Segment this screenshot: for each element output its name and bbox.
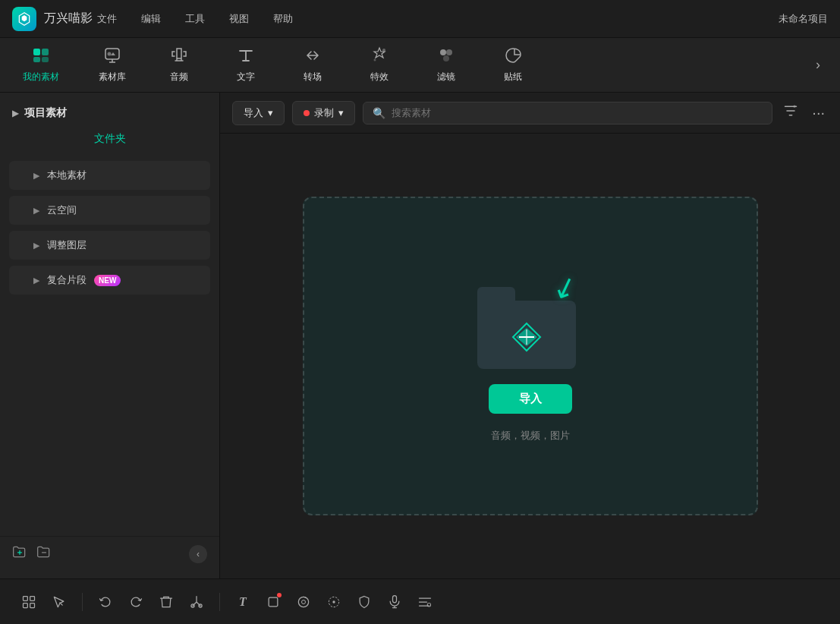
search-input[interactable] [392, 107, 763, 118]
sidebar-collapse-button[interactable]: ‹ [189, 545, 207, 563]
drop-hint: 音频，视频，图片 [491, 429, 570, 443]
effects-label: 特效 [370, 71, 389, 84]
menu-edit[interactable]: 编辑 [137, 9, 165, 29]
sidebar-item-cloud-label: 云空间 [47, 203, 77, 217]
new-badge: NEW [94, 275, 121, 286]
app-logo [12, 7, 36, 31]
toolbar-item-text[interactable]: 文字 [225, 42, 267, 88]
filter-icon[interactable] [780, 100, 801, 125]
cloud-arrow-icon: ▶ [33, 206, 39, 216]
toolbar-item-stickers[interactable]: 贴纸 [492, 42, 534, 88]
folder-icon-wrapper: ↙ [477, 270, 584, 369]
svg-point-6 [382, 49, 385, 52]
crop-icon[interactable] [260, 588, 287, 616]
import-center-button[interactable]: 导入 [489, 384, 572, 414]
svg-point-9 [446, 49, 452, 55]
import-button-label: 导入 [244, 106, 263, 120]
svg-rect-3 [42, 57, 49, 62]
app-name: 万兴喵影 [44, 11, 93, 27]
material-lib-icon [103, 46, 121, 68]
adjust-arrow-icon: ▶ [33, 241, 39, 251]
svg-rect-1 [42, 49, 49, 55]
import-button[interactable]: 导入 ▾ [232, 101, 285, 125]
effects-icon [370, 46, 389, 68]
local-arrow-icon: ▶ [33, 171, 39, 181]
record-dot-icon [304, 110, 310, 116]
color-wheel-icon[interactable] [290, 588, 317, 616]
toolbar-item-effects[interactable]: 特效 [358, 42, 401, 88]
menu-tools[interactable]: 工具 [181, 9, 209, 29]
sidebar-item-local[interactable]: ▶ 本地素材 [9, 161, 210, 190]
cut-icon[interactable] [183, 588, 210, 616]
svg-point-7 [374, 59, 376, 61]
record-button-label: 录制 [314, 106, 334, 120]
menu-help[interactable]: 帮助 [269, 9, 297, 29]
audio-label: 音频 [170, 71, 188, 84]
sidebar-item-composite[interactable]: ▶ 复合片段 NEW [9, 266, 210, 295]
import-dropdown-icon: ▾ [268, 107, 273, 118]
section-arrow-icon: ▶ [12, 109, 18, 118]
record-dropdown-icon: ▾ [338, 107, 344, 118]
svg-rect-17 [30, 596, 35, 600]
filters-label: 滤镜 [437, 71, 455, 84]
toolbar-item-audio[interactable]: 音频 [158, 42, 200, 88]
mic-icon[interactable] [381, 588, 408, 616]
toolbar-item-material-lib[interactable]: 素材库 [91, 42, 134, 88]
search-icon: 🔍 [373, 107, 385, 119]
content-toolbar: 导入 ▾ 录制 ▾ 🔍 ··· [220, 93, 840, 134]
svg-point-26 [332, 600, 335, 603]
redo-icon[interactable] [122, 588, 149, 616]
svg-rect-27 [393, 595, 397, 602]
svg-rect-22 [269, 597, 278, 607]
main-area: ▶ 项目素材 文件夹 ▶ 本地素材 ▶ 云空间 ▶ 调整图层 ▶ 复合片段 NE… [0, 93, 840, 578]
svg-point-23 [298, 597, 308, 607]
menu-view[interactable]: 视图 [225, 9, 253, 29]
toolbar-item-transition[interactable]: 转场 [291, 42, 334, 88]
sidebar-item-adjust[interactable]: ▶ 调整图层 [9, 231, 210, 260]
sidebar-item-adjust-label: 调整图层 [47, 238, 87, 252]
text-icon [237, 46, 255, 68]
drop-area: ↙ 导入 音频，视频，图片 [220, 134, 840, 578]
sidebar-item-cloud[interactable]: ▶ 云空间 [9, 196, 210, 225]
my-materials-icon [32, 46, 50, 68]
speed-icon[interactable] [320, 588, 348, 616]
stickers-icon [504, 46, 522, 68]
menu-file[interactable]: 文件 [93, 9, 121, 29]
toolbar-item-filters[interactable]: 滤镜 [425, 42, 467, 88]
text-edit-icon[interactable]: T [229, 588, 256, 616]
section-title: 项目素材 [24, 106, 67, 120]
drop-zone[interactable]: ↙ 导入 音频，视频，图片 [303, 197, 758, 515]
folder-tab [477, 287, 515, 301]
folder-logo [510, 320, 543, 354]
titlebar: 万兴喵影 文件 编辑 工具 视图 帮助 未命名项目 [0, 0, 840, 38]
toolbar-item-my-materials[interactable]: 我的素材 [15, 42, 67, 88]
svg-rect-16 [24, 596, 28, 600]
toolbar-more-button[interactable]: › [811, 52, 825, 77]
delete-icon[interactable] [153, 588, 180, 616]
project-name: 未命名项目 [779, 12, 828, 26]
grid-icon[interactable] [15, 588, 42, 616]
undo-icon[interactable] [92, 588, 119, 616]
folder-body [477, 301, 576, 369]
bottom-toolbar: T [0, 578, 840, 624]
filters-icon [437, 46, 455, 68]
svg-point-5 [108, 52, 112, 56]
sidebar-section-header[interactable]: ▶ 项目素材 [0, 100, 219, 126]
stickers-label: 贴纸 [504, 71, 522, 84]
new-folder-icon[interactable] [12, 544, 27, 563]
list-icon[interactable] [411, 588, 439, 616]
more-options-icon[interactable]: ··· [809, 101, 828, 124]
composite-arrow-icon: ▶ [33, 276, 39, 285]
divider-1 [82, 593, 83, 611]
import-center-label: 导入 [519, 392, 542, 405]
delete-folder-icon[interactable] [36, 544, 52, 563]
sidebar-bottom: ‹ [0, 536, 219, 571]
svg-point-8 [440, 49, 446, 55]
sidebar-item-local-label: 本地素材 [47, 169, 87, 182]
cursor-icon[interactable] [46, 588, 73, 616]
transition-icon [304, 46, 322, 68]
svg-point-24 [302, 600, 306, 604]
shield-icon[interactable] [351, 588, 378, 616]
svg-rect-2 [33, 57, 40, 62]
record-button[interactable]: 录制 ▾ [292, 101, 355, 125]
